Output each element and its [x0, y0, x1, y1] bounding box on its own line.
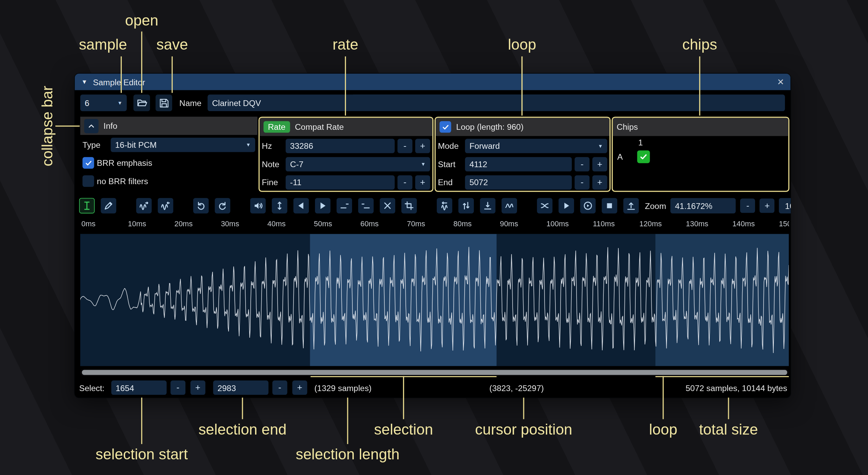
selection-end-minus-button[interactable]: -	[272, 381, 287, 395]
stop-button[interactable]	[602, 198, 617, 214]
normalize-button[interactable]	[272, 198, 287, 214]
selection-start-input[interactable]: 1654	[111, 381, 167, 395]
resample-button[interactable]	[158, 198, 173, 214]
crossfade-button[interactable]	[537, 198, 553, 214]
open-sample-button[interactable]	[133, 94, 150, 111]
x-delete-icon	[383, 201, 393, 211]
type-value: 16-bit PCM	[115, 140, 157, 149]
filter-button[interactable]	[502, 198, 517, 214]
edit-cursor-button[interactable]	[79, 198, 95, 214]
redo-button[interactable]	[215, 198, 230, 214]
import-button[interactable]	[623, 198, 639, 214]
waveform-view[interactable]	[80, 234, 789, 366]
trim-button[interactable]	[401, 198, 417, 214]
fine-label: Fine	[262, 177, 283, 187]
arrow-to-line-icon	[483, 201, 493, 211]
loop-start-input[interactable]: 4112	[465, 157, 572, 171]
selection-start-plus-button[interactable]: +	[190, 381, 205, 395]
status-bar: Select: 1654 - + 2983 - + (1329 samples)…	[79, 380, 789, 395]
undo-icon	[196, 201, 206, 211]
chip-enable-checkbox[interactable]	[637, 151, 650, 163]
zoom-reset-button[interactable]: 100%	[779, 198, 791, 214]
note-select[interactable]: C-7 ▼	[286, 157, 430, 171]
invert-button[interactable]	[458, 198, 474, 214]
titlebar[interactable]: ▼ Sample Editor ×	[75, 73, 790, 90]
preview-loop-button[interactable]	[580, 198, 596, 214]
sample-name-input[interactable]: Clarinet DQV	[207, 94, 785, 111]
selection-start-minus-button[interactable]: -	[170, 381, 185, 395]
cursor-position-text: (3823, -25297)	[489, 383, 544, 392]
undo-button[interactable]	[193, 198, 209, 214]
loop-end-label: End	[438, 177, 462, 187]
window-title: Sample Editor	[93, 77, 145, 87]
loop-mode-select[interactable]: Forward ▼	[465, 139, 607, 153]
loop-end-input[interactable]: 5072	[465, 175, 572, 189]
hz-value: 33286	[290, 141, 313, 151]
hz-plus-button[interactable]: +	[415, 139, 430, 153]
zoom-input[interactable]: 41.1672%	[671, 198, 736, 214]
pencil-icon	[103, 201, 113, 211]
mode-label: Mode	[438, 141, 462, 151]
annotation-line	[347, 398, 348, 444]
fade-in-button[interactable]	[294, 198, 309, 214]
annotation-selection-length: selection length	[296, 446, 399, 463]
loop-start-plus-button[interactable]: +	[592, 157, 607, 171]
fine-input[interactable]: -11	[286, 175, 395, 189]
annotation-line	[663, 376, 664, 419]
fade-out-button[interactable]	[315, 198, 331, 214]
play-circle-icon	[583, 201, 593, 211]
signedness-button[interactable]	[480, 198, 496, 214]
delete-button[interactable]	[380, 198, 396, 214]
window-collapse-icon[interactable]: ▼	[81, 78, 87, 85]
insert-silence-button[interactable]	[337, 198, 352, 214]
annotation-save: save	[156, 36, 188, 53]
loop-start-minus-button[interactable]: -	[574, 157, 589, 171]
loop-end-value: 5072	[469, 177, 488, 187]
sample-number-select[interactable]: 6 ▼	[80, 94, 127, 111]
amplify-button[interactable]	[250, 198, 266, 214]
reverse-button[interactable]	[437, 198, 452, 214]
total-size-text-wrap: 5072 samples, 10144 bytes	[686, 380, 787, 395]
resize-button[interactable]	[136, 198, 152, 214]
ruler-tick: 90ms	[500, 219, 518, 228]
zoom-minus-button[interactable]: -	[740, 198, 755, 213]
ruler-tick: 150ms	[779, 219, 789, 228]
ruler-tick: 10ms	[128, 219, 146, 228]
collapse-bar-button[interactable]	[84, 119, 98, 133]
annotation-bracket-loop	[655, 376, 789, 377]
selection-end-plus-button[interactable]: +	[292, 381, 307, 395]
zoom-plus-button[interactable]: +	[760, 198, 775, 213]
no-brr-filters-checkbox[interactable]	[83, 175, 94, 187]
speaker-icon	[253, 201, 263, 211]
apply-silence-button[interactable]	[358, 198, 374, 214]
selection-end-input[interactable]: 2983	[213, 381, 268, 395]
save-sample-button[interactable]	[155, 94, 172, 111]
brr-emphasis-checkbox[interactable]	[83, 157, 94, 169]
selection-start-value: 1654	[116, 383, 134, 392]
ruler-tick: 0ms	[81, 219, 96, 228]
hz-label: Hz	[262, 141, 283, 151]
loop-enable-checkbox[interactable]	[439, 121, 451, 133]
scrollbar-thumb[interactable]	[82, 370, 787, 375]
loop-end-plus-button[interactable]: +	[592, 175, 607, 189]
loop-end-minus-button[interactable]: -	[574, 175, 589, 189]
annotation-open: open	[125, 12, 158, 29]
close-icon[interactable]: ×	[778, 76, 784, 88]
annotation-line	[699, 56, 700, 116]
check-icon	[639, 153, 648, 161]
wave-reverse-icon	[439, 201, 449, 211]
chevron-down-icon: ▼	[246, 142, 251, 147]
draw-button[interactable]	[101, 198, 116, 214]
annotation-line	[523, 398, 524, 419]
type-select[interactable]: 16-bit PCM ▼	[111, 137, 255, 152]
preview-button[interactable]	[558, 198, 574, 214]
fine-minus-button[interactable]: -	[398, 175, 413, 189]
ruler-tick: 40ms	[267, 219, 286, 228]
hz-minus-button[interactable]: -	[398, 139, 413, 153]
hz-input[interactable]: 33286	[286, 139, 395, 153]
waveform-scrollbar[interactable]	[80, 369, 789, 376]
fine-plus-button[interactable]: +	[415, 175, 430, 189]
annotation-cursor-position: cursor position	[475, 421, 572, 438]
ruler-tick: 20ms	[174, 219, 193, 228]
annotation-line	[521, 56, 522, 116]
